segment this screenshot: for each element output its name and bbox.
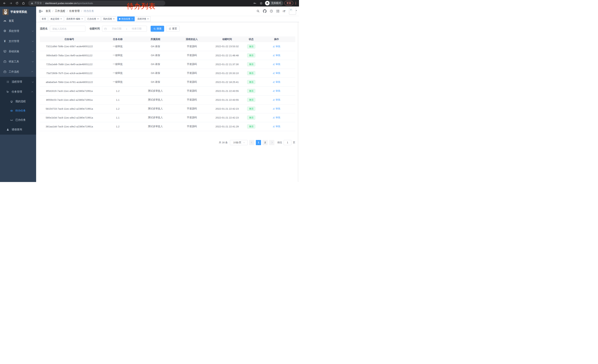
tab-close-icon[interactable]: × — [97, 18, 99, 20]
reset-button[interactable]: 重置 — [166, 26, 180, 32]
table-row: 58154733-7ac8-11ec-a9e2-a2380e71991a 1.2… — [40, 104, 295, 113]
next-page-button[interactable] — [269, 140, 274, 145]
sidebar-item-dev-tools[interactable]: 研发工具 — [0, 57, 36, 67]
edit-pencil-icon — [273, 125, 275, 128]
navbar: 首页 / 工作流程 / 任务管理 / 待办任务 ? — [36, 7, 299, 16]
sidebar-item-leave-query[interactable]: 请假查询 — [0, 125, 36, 135]
sidebar-item-home[interactable]: 首页 — [0, 16, 36, 26]
tab-item[interactable]: 待办任务× — [117, 16, 135, 21]
process-name-input[interactable] — [52, 27, 83, 30]
dashboard-icon — [3, 19, 7, 22]
edit-pencil-icon — [273, 107, 275, 110]
sidebar-item-payment[interactable]: ¥ 支付管理 — [0, 36, 36, 46]
tab-close-icon[interactable]: × — [113, 18, 115, 20]
approve-link[interactable]: 审批 — [273, 107, 281, 110]
home-icon[interactable] — [21, 0, 26, 6]
sidebar-item-done-tasks[interactable]: 已办任务 — [0, 115, 36, 125]
browser-menu-icon[interactable] — [294, 2, 297, 4]
github-icon[interactable] — [263, 9, 266, 13]
page-size-select[interactable]: 10条/页 — [230, 140, 248, 145]
prev-page-button[interactable] — [249, 140, 254, 145]
workflow-submenu: 流程管理 任务管理 我的流程 — [0, 77, 36, 135]
tab-item[interactable]: 已办任务× — [86, 16, 100, 21]
status-badge: 激活 — [247, 71, 255, 75]
breadcrumb-current: 待办任务 — [84, 9, 94, 13]
sidebar-item-my-process[interactable]: 我的流程 — [0, 97, 36, 106]
chevron-down-icon — [32, 60, 34, 62]
tab-item[interactable]: 流程详情× — [136, 16, 151, 21]
search-button[interactable]: 搜索 — [151, 26, 164, 32]
approve-link[interactable]: 审批 — [273, 72, 281, 75]
not-secure-warning[interactable]: 不安全 — [31, 1, 42, 5]
edit-pencil-icon — [273, 54, 275, 57]
page-button-1[interactable]: 1 — [256, 140, 261, 145]
search-icon[interactable] — [256, 9, 260, 13]
chevron-left-icon — [251, 142, 253, 144]
date-range-picker[interactable]: 开始日期 - 结束日期 — [102, 26, 147, 32]
sidebar-collapse-icon[interactable] — [36, 10, 44, 13]
forward-icon[interactable] — [8, 0, 13, 6]
process-cell: OA 请假 — [137, 51, 174, 60]
help-icon[interactable]: ? — [270, 9, 273, 13]
created-time-cell: 2022-01-21 22:43:55 — [209, 87, 245, 95]
table-row: 580e1b3d-7ac8-11ec-a9e2-a2380e71991a 1.1… — [40, 113, 295, 122]
breadcrumb-home[interactable]: 首页 — [46, 9, 51, 13]
active-tab-dot-icon — [119, 18, 120, 20]
table-row: 73211d9d-7b9b-11ec-b5b7-acde48001122 一级审… — [40, 42, 295, 51]
avatar[interactable] — [289, 8, 296, 15]
tab-close-icon[interactable]: × — [131, 18, 133, 20]
approve-link[interactable]: 审批 — [273, 116, 281, 119]
tab-item[interactable]: 我的流程× — [101, 16, 116, 21]
approve-link[interactable]: 审批 — [273, 45, 281, 48]
table-body: 73211d9d-7b9b-11ec-b5b7-acde48001122 一级审… — [40, 42, 295, 131]
starter-cell: 芋道源码 — [174, 122, 209, 131]
back-icon[interactable] — [2, 0, 7, 6]
reload-icon[interactable] — [15, 0, 20, 6]
approve-link[interactable]: 审批 — [273, 63, 281, 66]
url-bar[interactable]: 不安全 dashboard.yudao.iocoder.cn/bpm/task/… — [28, 0, 165, 6]
chevron-up-icon — [31, 71, 33, 73]
sidebar-item-infrastructure[interactable]: 基础设施 — [0, 46, 36, 57]
starter-cell: 芋道源码 — [174, 104, 209, 113]
process-cell: OA 请假 — [137, 42, 174, 51]
font-size-icon[interactable]: TT — [283, 10, 285, 13]
tab-item[interactable]: 首页 — [40, 16, 48, 21]
sidebar-item-workflow[interactable]: 工作流程 — [0, 67, 36, 77]
app-logo-row[interactable]: 芋道管理系统 — [0, 7, 36, 16]
update-button[interactable]: 更新 — [284, 1, 293, 5]
sidebar-item-process-management[interactable]: 流程管理 — [0, 77, 36, 87]
status-badge: 激活 — [247, 80, 255, 84]
approve-link[interactable]: 审批 — [273, 54, 281, 57]
tab-item[interactable]: 流程表单-编辑× — [65, 16, 85, 21]
approve-link[interactable]: 审批 — [273, 80, 281, 84]
url-text[interactable]: dashboard.yudao.iocoder.cn/bpm/task/todo — [45, 2, 93, 5]
tab-close-icon[interactable]: × — [60, 18, 62, 20]
goto-page-input[interactable] — [284, 140, 291, 145]
security-label: 不安全 — [34, 1, 42, 5]
status-badge: 激活 — [247, 107, 255, 111]
page-scrollbar[interactable] — [298, 7, 299, 182]
sidebar-item-todo-tasks[interactable]: 待办任务 — [0, 106, 36, 115]
chevron-down-icon — [32, 40, 34, 42]
tab-item[interactable]: 发起流程× — [49, 16, 64, 21]
bookmark-star-icon[interactable] — [258, 0, 264, 6]
approve-link[interactable]: 审批 — [273, 98, 281, 101]
tab-close-icon[interactable]: × — [147, 18, 149, 20]
approve-link[interactable]: 审批 — [273, 125, 281, 128]
task-id-cell: 580e1b3d-7ac8-11ec-a9e2-a2380e71991a — [40, 113, 99, 122]
tab-close-icon[interactable]: × — [81, 18, 83, 20]
page-button-2[interactable]: 2 — [263, 140, 268, 145]
breadcrumb-workflow: 工作流程 — [55, 9, 65, 13]
col-process: 所属流程 — [137, 36, 174, 42]
avatar-menu[interactable] — [289, 8, 297, 15]
start-date-placeholder: 开始日期 — [108, 27, 125, 30]
sidebar-item-task-management[interactable]: 任务管理 — [0, 87, 36, 97]
edit-pencil-icon — [273, 90, 275, 92]
table-row: 381aa1dd-7ac8-11ec-a9e2-a2380e71991a 1.2… — [40, 122, 295, 131]
table-row: 75d72608-7b7f-11ec-a3c8-acde48001122 一级审… — [40, 69, 295, 78]
key-icon[interactable] — [252, 0, 257, 6]
sidebar-item-system[interactable]: ⚙ 系统管理 — [0, 26, 36, 36]
create-time-label: 创建时间 — [90, 27, 100, 30]
approve-link[interactable]: 审批 — [273, 89, 281, 93]
fullscreen-icon[interactable] — [276, 9, 280, 13]
